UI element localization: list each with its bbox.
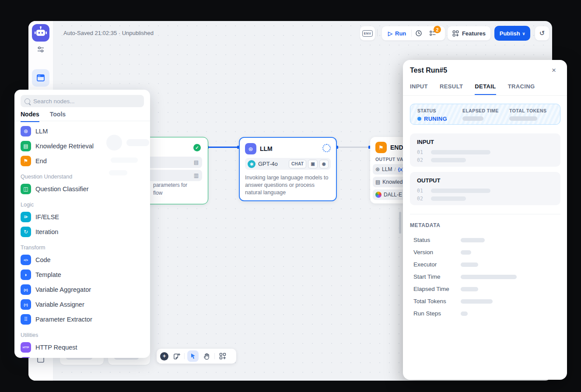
model-selector[interactable]: ∗ GPT-4o CHAT ▣ ◉ bbox=[245, 158, 331, 170]
metadata-label: Start Time bbox=[413, 273, 441, 280]
add-node-button[interactable]: + bbox=[160, 352, 168, 360]
glyph: ⋔ bbox=[23, 215, 29, 219]
test-run-panel: Test Run#5 × INPUTRESULTDETAILTRACING ST… bbox=[403, 60, 567, 380]
preferences-icon[interactable] bbox=[37, 46, 44, 55]
metadata-row: Elapsed Time bbox=[413, 286, 558, 292]
node-list-item-iteration[interactable]: ↻Iteration bbox=[14, 224, 150, 239]
tab-input[interactable]: INPUT bbox=[410, 83, 428, 95]
node-list-item-code[interactable]: </>Code bbox=[14, 252, 150, 267]
topbar-divider bbox=[377, 29, 378, 36]
search-input[interactable]: Search nodes... bbox=[21, 95, 144, 107]
close-icon[interactable]: × bbox=[549, 65, 559, 76]
status-dot bbox=[417, 117, 421, 121]
row-index: 01 bbox=[417, 188, 423, 194]
metadata-title: METADATA bbox=[410, 222, 440, 228]
hand-icon bbox=[203, 353, 210, 360]
organize-layout-button[interactable] bbox=[217, 351, 228, 361]
row-index: 02 bbox=[417, 157, 423, 163]
run-history-button[interactable] bbox=[412, 30, 426, 37]
node-list-item-variable-assigner[interactable]: {=}Variable Assigner bbox=[14, 297, 150, 312]
features-icon bbox=[452, 30, 459, 37]
node-item-label: End bbox=[35, 158, 47, 164]
ghost-blob bbox=[126, 139, 149, 146]
llm-node[interactable]: ⊛ LLM ∗ GPT-4o CHAT ▣ ◉ Invoking large l… bbox=[239, 137, 337, 201]
env-button[interactable]: ENV bbox=[360, 26, 375, 41]
edge-llm-end bbox=[337, 147, 370, 148]
sidebar-item-workflow[interactable] bbox=[32, 69, 49, 87]
glyph: HTTP bbox=[23, 346, 29, 349]
pointer-tool-button[interactable] bbox=[187, 350, 199, 362]
features-button[interactable]: Features bbox=[447, 26, 491, 41]
tab-tracing[interactable]: TRACING bbox=[508, 83, 535, 95]
glyph: ⠿ bbox=[24, 316, 28, 322]
add-note-button[interactable] bbox=[171, 351, 182, 361]
version-history-button[interactable]: ↺ bbox=[535, 26, 550, 41]
http-request-icon: HTTP bbox=[21, 342, 31, 353]
separator: / bbox=[394, 167, 396, 172]
variable-source-label: DALL-E bbox=[384, 192, 402, 198]
tab-result[interactable]: RESULT bbox=[440, 83, 463, 95]
metadata-label: Executor bbox=[413, 261, 437, 268]
node-list-item-variable-aggregator[interactable]: {x}Variable Aggregator bbox=[14, 282, 150, 297]
value-placeholder bbox=[461, 275, 517, 279]
metadata-row: Status bbox=[413, 237, 558, 243]
run-button[interactable]: ▷Run bbox=[382, 30, 411, 37]
list-operator-icon: ∇ bbox=[21, 357, 31, 358]
metadata-label: Run Steps bbox=[413, 310, 441, 317]
cursor-icon bbox=[189, 353, 196, 360]
metadata-label: Status bbox=[413, 237, 430, 243]
checklist-button[interactable]: 2 bbox=[426, 30, 440, 37]
app-logo[interactable] bbox=[32, 24, 49, 42]
node-list-item-http-request[interactable]: HTTPHTTP Request bbox=[14, 340, 150, 355]
model-name: GPT-4o bbox=[258, 161, 278, 167]
glyph: ◫ bbox=[23, 186, 28, 192]
iteration-icon: ↻ bbox=[21, 227, 31, 237]
glyph: ↻ bbox=[24, 229, 28, 235]
glyph: ◗ bbox=[24, 272, 27, 278]
node-list-item-parameter-extractor[interactable]: ⠿Parameter Extractor bbox=[14, 312, 150, 327]
llm-node-title: LLM bbox=[260, 145, 273, 152]
node-item-label: Knowledge Retrieval bbox=[35, 143, 94, 150]
publish-button[interactable]: Publish ∨ bbox=[494, 26, 530, 41]
node-item-label: Variable Assigner bbox=[35, 301, 84, 308]
value-placeholder bbox=[431, 189, 490, 193]
status-value: RUNING bbox=[424, 116, 447, 122]
metadata-row: Total Tokens bbox=[413, 298, 558, 304]
node-list-item-question-classifier[interactable]: ◫Question Classifier bbox=[14, 182, 150, 196]
value-placeholder bbox=[431, 150, 490, 154]
variable-source-label: Knowled bbox=[382, 179, 402, 185]
node-list-item-list-operator[interactable]: ∇List Operator bbox=[14, 355, 150, 358]
code-icon: </> bbox=[21, 255, 31, 265]
node-list-item-template[interactable]: ◗Template bbox=[14, 267, 150, 282]
value-placeholder bbox=[461, 250, 471, 255]
divider bbox=[403, 95, 567, 96]
chevron-down-icon: ∨ bbox=[522, 32, 525, 36]
glyph: </> bbox=[24, 259, 28, 262]
node-item-label: HTTP Request bbox=[35, 344, 77, 351]
success-check-icon: ✓ bbox=[193, 144, 201, 151]
metadata-label: Version bbox=[413, 249, 433, 256]
output-title: OUTPUT bbox=[417, 177, 440, 184]
canvas-scrollbar[interactable] bbox=[399, 212, 401, 234]
end-node-title: END bbox=[390, 144, 403, 151]
gpt4o-icon: ∗ bbox=[248, 160, 256, 168]
status-card: STATUS RUNING ELAPSED TIME TOTAL TOKENS bbox=[410, 104, 560, 125]
metadata-label: Total Tokens bbox=[413, 298, 446, 304]
value-placeholder bbox=[431, 158, 466, 162]
metadata-row: Start Time bbox=[413, 273, 558, 280]
node-list-item-if-else[interactable]: ⋔IF/ELSE bbox=[14, 210, 150, 224]
env-icon: ENV bbox=[362, 30, 373, 37]
chat-badge: CHAT bbox=[289, 160, 306, 168]
node-group-header: Utilities bbox=[14, 327, 150, 340]
if-else-icon: ⋔ bbox=[21, 212, 31, 222]
row-index: 01 bbox=[417, 149, 423, 155]
divider bbox=[410, 214, 560, 214]
start-node-description: parameters for bbox=[153, 182, 187, 188]
tab-detail[interactable]: DETAIL bbox=[475, 83, 496, 95]
edge-start-llm bbox=[207, 147, 239, 148]
metadata-row: Version bbox=[413, 249, 558, 255]
hand-tool-button[interactable] bbox=[201, 351, 212, 361]
node-list-item-llm[interactable]: ⊛LLM bbox=[14, 124, 150, 139]
copy-icon: ▥ bbox=[194, 172, 199, 178]
node-item-label: LLM bbox=[35, 128, 48, 135]
